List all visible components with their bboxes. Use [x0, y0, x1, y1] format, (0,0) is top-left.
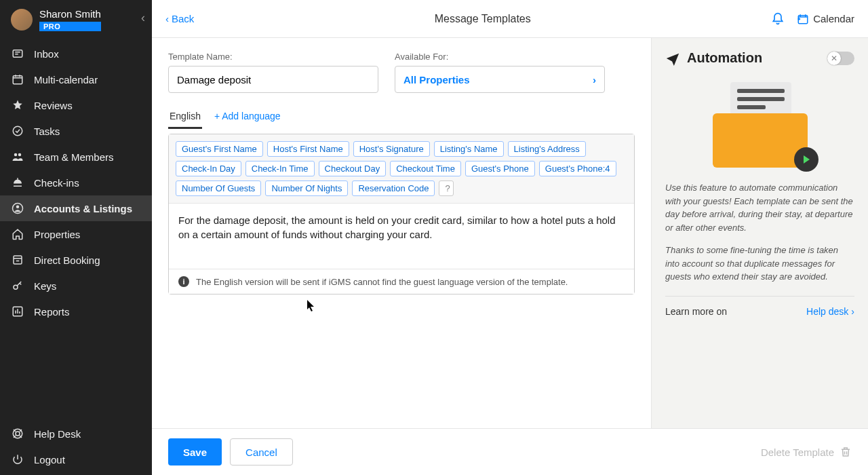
available-for-label: Available For: [395, 52, 605, 62]
pro-badge: PRO [39, 22, 101, 31]
automation-para-1: Use this feature to automate communicati… [665, 181, 854, 234]
user-name: Sharon Smith [39, 8, 101, 20]
automation-illustration [706, 79, 814, 168]
sidebar-collapse-icon[interactable]: ‹ [141, 11, 145, 25]
svg-rect-1 [13, 76, 22, 84]
info-icon: i [178, 276, 189, 287]
svg-point-3 [14, 153, 18, 157]
bell-icon [771, 12, 785, 26]
token-guest-s-first-name[interactable]: Guest's First Name [176, 141, 263, 157]
message-body[interactable]: For the damage deposit, the amount is he… [169, 204, 634, 269]
token-help-icon[interactable]: ? [439, 180, 454, 196]
svg-point-4 [18, 153, 22, 157]
star-icon [11, 99, 24, 111]
svg-point-6 [16, 206, 20, 209]
sidebar-item-label: Multi-calendar [34, 74, 98, 86]
calendar-to-icon [797, 13, 809, 25]
sidebar-item-label: Team & Members [34, 151, 114, 163]
sidebar-item-inbox[interactable]: Inbox [0, 41, 152, 66]
trash-icon [840, 446, 852, 458]
gear-play-icon [794, 147, 818, 172]
sidebar-item-direct-booking[interactable]: Direct Booking [0, 247, 152, 273]
home-icon [11, 228, 24, 240]
cancel-button[interactable]: Cancel [230, 438, 293, 466]
sidebar-item-checkins[interactable]: Check-ins [0, 170, 152, 195]
svg-rect-7 [14, 256, 22, 264]
automation-title: Automation [687, 50, 762, 66]
language-tabs: English + Add language [168, 107, 635, 130]
automation-panel: Automation ✕ Use this feature to automat… [651, 38, 868, 428]
key-icon [11, 280, 24, 292]
back-button[interactable]: ‹ Back [165, 13, 194, 24]
available-for-select[interactable]: All Properties › [395, 66, 605, 93]
sidebar-item-label: Inbox [34, 48, 59, 60]
token-palette: Guest's First NameHost's First NameHost'… [169, 134, 634, 204]
token-host-s-first-name[interactable]: Host's First Name [267, 141, 349, 157]
sidebar-item-label: Logout [34, 454, 65, 466]
sidebar: Sharon Smith PRO ‹ Inbox Multi-calendar … [0, 0, 152, 475]
token-host-s-signature[interactable]: Host's Signature [353, 141, 430, 157]
sidebar-item-accounts-listings[interactable]: Accounts & Listings [0, 195, 152, 221]
token-checkout-day[interactable]: Checkout Day [319, 161, 387, 176]
sidebar-item-tasks[interactable]: Tasks [0, 118, 152, 144]
avatar[interactable] [11, 9, 33, 31]
team-icon [11, 151, 24, 163]
svg-point-11 [16, 432, 20, 436]
token-reservation-code[interactable]: Reservation Code [352, 180, 435, 196]
sidebar-item-properties[interactable]: Properties [0, 221, 152, 247]
token-listing-s-name[interactable]: Listing's Name [434, 141, 504, 157]
page-title: Message Templates [194, 13, 771, 25]
template-name-label: Template Name: [168, 52, 378, 62]
help-desk-link[interactable]: Help desk › [806, 306, 854, 317]
automation-toggle[interactable]: ✕ [827, 52, 854, 65]
token-listing-s-address[interactable]: Listing's Address [508, 141, 586, 157]
token-check-in-day[interactable]: Check-In Day [176, 161, 241, 176]
action-bar: Save Cancel Delete Template [152, 428, 868, 475]
calendar-label: Calendar [813, 13, 854, 24]
token-number-of-nights[interactable]: Number Of Nights [265, 180, 348, 196]
sidebar-item-label: Accounts & Listings [34, 203, 132, 214]
add-language-button[interactable]: + Add language [213, 107, 282, 129]
token-number-of-guests[interactable]: Number Of Guests [176, 180, 261, 196]
sidebar-nav: Inbox Multi-calendar Reviews Tasks Team … [0, 41, 152, 421]
token-checkout-time[interactable]: Checkout Time [390, 161, 461, 176]
token-guest-s-phone[interactable]: Guest's Phone [465, 161, 535, 176]
sidebar-item-logout[interactable]: Logout [0, 446, 152, 472]
sidebar-item-label: Reviews [34, 100, 73, 111]
booking-icon [11, 254, 24, 266]
bell-service-icon [11, 176, 24, 189]
main: ‹ Back Message Templates Calendar Templa… [152, 0, 868, 475]
calendar-icon [11, 73, 24, 86]
template-name-input[interactable] [168, 66, 378, 93]
automation-para-2: Thanks to some fine-tuning the time is t… [665, 244, 854, 284]
delete-template-button[interactable]: Delete Template [761, 446, 852, 458]
lang-tab-english[interactable]: English [168, 107, 202, 129]
chevron-left-icon: ‹ [165, 13, 169, 24]
sidebar-item-reports[interactable]: Reports [0, 299, 152, 324]
inbox-icon [11, 48, 24, 60]
sidebar-item-keys[interactable]: Keys [0, 273, 152, 299]
token-check-in-time[interactable]: Check-In Time [245, 161, 315, 176]
topbar: ‹ Back Message Templates Calendar [152, 0, 868, 38]
fallback-note: i The English version will be sent if iG… [169, 269, 634, 294]
sidebar-item-multi-calendar[interactable]: Multi-calendar [0, 66, 152, 92]
sidebar-item-reviews[interactable]: Reviews [0, 92, 152, 118]
svg-point-2 [13, 126, 22, 136]
sidebar-item-helpdesk[interactable]: Help Desk [0, 421, 152, 446]
sidebar-item-team[interactable]: Team & Members [0, 144, 152, 170]
fallback-text: The English version will be sent if iGMS… [196, 277, 568, 287]
chart-icon [11, 305, 24, 318]
sidebar-item-label: Tasks [34, 126, 60, 137]
token-guest-s-phone-4[interactable]: Guest's Phone:4 [539, 161, 616, 176]
account-icon [11, 202, 24, 214]
back-label: Back [172, 13, 194, 24]
sidebar-item-label: Reports [34, 306, 70, 318]
sidebar-bottom: Help Desk Logout [0, 421, 152, 472]
save-button[interactable]: Save [168, 438, 222, 466]
svg-point-8 [14, 285, 18, 289]
learn-more-label: Learn more on [665, 306, 727, 317]
calendar-button[interactable]: Calendar [797, 13, 854, 25]
editor-area: Template Name: Available For: All Proper… [152, 38, 651, 428]
plane-icon [665, 51, 680, 66]
notifications-button[interactable] [771, 12, 785, 26]
